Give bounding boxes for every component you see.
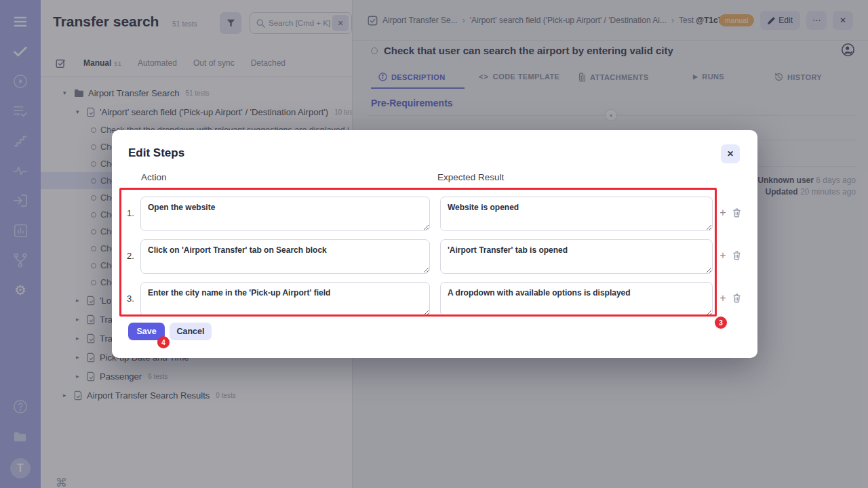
- step-action-input[interactable]: Click on 'Airport Transfer' tab on Searc…: [140, 239, 430, 274]
- delete-step-button[interactable]: [732, 293, 741, 303]
- cancel-button[interactable]: Cancel: [170, 323, 212, 340]
- modal-close-button[interactable]: ✕: [721, 144, 740, 163]
- annotation-badge-3: 3: [715, 317, 727, 329]
- delete-step-button[interactable]: [732, 208, 741, 218]
- step-expected-input[interactable]: Website is opened: [440, 197, 713, 231]
- add-step-button[interactable]: +: [716, 206, 730, 220]
- step-row: 1.Open the websiteWebsite is opened+: [112, 197, 757, 231]
- step-action-input[interactable]: Enter the city name in the 'Pick-up Airp…: [140, 282, 430, 317]
- step-number: 2.: [127, 251, 134, 261]
- step-expected-input[interactable]: 'Airport Transfer' tab is opened: [440, 239, 713, 274]
- add-step-button[interactable]: +: [716, 249, 730, 262]
- annotation-badge-4: 4: [157, 336, 170, 348]
- step-number: 1.: [127, 208, 134, 218]
- add-step-button[interactable]: +: [716, 291, 730, 305]
- edit-steps-modal: Edit Steps ✕ Action Expected Result 1.Op…: [112, 130, 757, 358]
- step-row: 2.Click on 'Airport Transfer' tab on Sea…: [112, 239, 757, 274]
- step-number: 3.: [127, 293, 134, 304]
- step-action-input[interactable]: Open the website: [140, 197, 430, 231]
- column-header-action: Action: [141, 172, 167, 182]
- delete-step-button[interactable]: [732, 251, 741, 260]
- column-header-expected: Expected Result: [437, 172, 504, 182]
- step-row: 3.Enter the city name in the 'Pick-up Ai…: [112, 282, 757, 317]
- step-expected-input[interactable]: A dropdown with available options is dis…: [440, 282, 713, 317]
- modal-title: Edit Steps: [128, 146, 184, 160]
- app-root: ⚙ T Transfer search 51 tests ✕ Manual51 …: [0, 0, 868, 488]
